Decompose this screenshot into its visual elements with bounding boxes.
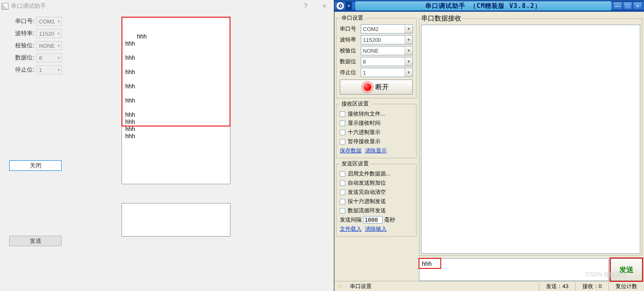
right-main: 串口数据接收 hhh 发送 (419, 14, 642, 281)
chevron-down-icon: ▼ (405, 46, 412, 55)
rx-settings-legend: 接收区设置 (340, 100, 370, 108)
left-title: 串口调试助手 (11, 3, 46, 10)
status-led-icon (364, 83, 371, 91)
stopbits-label: 停止位: (8, 66, 34, 74)
baud-select[interactable]: 11520▾ (36, 29, 62, 38)
interval-unit: 毫秒 (384, 216, 395, 224)
right-title: 串口调试助手 （CM精装版 V3.8.2） (355, 1, 611, 10)
r-port-label: 串口号 (340, 25, 361, 33)
help-button[interactable]: ? (296, 0, 315, 13)
chk-auto-extra[interactable] (340, 180, 345, 186)
file-load-link[interactable]: 文件载入 (340, 225, 362, 233)
close-button[interactable]: × (633, 2, 642, 10)
chevron-down-icon: ▾ (58, 44, 60, 48)
rx-data-textarea[interactable] (421, 25, 640, 254)
port-config-legend: 串口设置 (340, 14, 365, 22)
maximize-button[interactable]: □ (623, 2, 632, 10)
minimize-button[interactable]: — (613, 2, 622, 10)
send-button[interactable]: 发送 (9, 236, 62, 246)
chevron-down-icon: ▾ (58, 68, 60, 72)
chk-file-source[interactable] (340, 171, 345, 177)
stopbits-select[interactable]: 1▾ (36, 65, 62, 75)
chevron-down-icon: ▼ (405, 36, 412, 44)
chevron-down-icon: ▼ (405, 25, 412, 33)
clear-input-link[interactable]: 清除输入 (365, 225, 387, 233)
databits-label: 数据位: (8, 54, 34, 62)
hand-icon: ☞ (338, 283, 343, 290)
chevron-down-icon: ▾ (58, 56, 60, 60)
right-window: ✪ ▾ 串口调试助手 （CM精装版 V3.8.2） — □ × 串口设置 串口号… (334, 0, 644, 291)
databits-select[interactable]: 8▾ (36, 53, 62, 62)
baud-label: 波特率: (8, 30, 34, 37)
port-label: 串口号: (8, 18, 34, 25)
disconnect-button[interactable]: 断开 (340, 80, 413, 95)
parity-select[interactable]: NONE▾ (36, 41, 62, 50)
left-titlebar: 串口调试助手 ? × (0, 0, 334, 13)
chk-auto-clear[interactable] (340, 190, 345, 195)
tx-textbox[interactable] (122, 203, 230, 237)
tx-settings-fieldset: 发送区设置 启用文件数据源... 自动发送附加位 发送完自动清空 按十六进制发送… (336, 160, 416, 237)
chevron-down-icon: ▾ (58, 19, 60, 23)
r-port-select[interactable]: COM2▼ (361, 24, 413, 33)
rx-textbox[interactable]: hhh hhh hhh hhh hhh hhh hhh hhh hhh hhh (122, 17, 230, 184)
chevron-down-icon: ▾ (58, 31, 60, 36)
clear-display-link[interactable]: 清除显示 (365, 147, 387, 155)
left-io-column: hhh hhh hhh hhh hhh hhh hhh hhh hhh hhh (122, 17, 230, 246)
status-bar: ☞ 串口设置 发送：43 接收：0 复位计数 (334, 281, 644, 291)
r-baud-label: 波特率 (340, 36, 361, 44)
left-window: 串口调试助手 ? × 串口号: COM1▾ 波特率: 11520▾ 校验位: N… (0, 0, 334, 291)
r-baud-select[interactable]: 115200▼ (361, 35, 413, 44)
r-databits-select[interactable]: 8▼ (361, 57, 413, 66)
rx-settings-fieldset: 接收区设置 接收转向文件... 显示接收时间 十六进制显示 暂停接收显示 保存数… (336, 100, 416, 158)
close-window-button[interactable]: × (315, 0, 334, 13)
reset-counter-button[interactable]: 复位计数 (612, 283, 641, 290)
r-parity-label: 校验位 (340, 47, 361, 54)
port-select[interactable]: COM1▾ (36, 17, 62, 26)
status-recv: 接收：0 (579, 283, 605, 290)
send-input[interactable]: hhh (419, 258, 609, 281)
rx-data-legend: 串口数据接收 (421, 14, 461, 23)
tx-settings-legend: 发送区设置 (340, 160, 370, 167)
rx-data-fieldset: 串口数据接收 (419, 14, 642, 256)
chk-show-time[interactable] (340, 121, 345, 126)
save-data-link[interactable]: 保存数据 (340, 147, 362, 155)
close-port-button[interactable]: 关闭 (9, 160, 62, 171)
send-button[interactable]: 发送 (610, 258, 642, 281)
chk-hex-send[interactable] (340, 199, 345, 204)
r-parity-select[interactable]: NONE▼ (361, 46, 413, 55)
chevron-down-icon: ▼ (405, 68, 412, 77)
r-stopbits-label: 停止位 (340, 69, 361, 76)
chevron-down-icon: ▼ (405, 57, 412, 66)
r-databits-label: 数据位 (340, 58, 361, 65)
chk-loop-send[interactable] (340, 208, 345, 214)
status-sent: 发送：43 (543, 283, 572, 290)
status-port-cfg[interactable]: 串口设置 (347, 283, 375, 290)
left-app-icon (2, 3, 8, 10)
chk-pause-rx[interactable] (340, 139, 345, 144)
interval-label: 发送间隔 (340, 216, 362, 224)
r-stopbits-select[interactable]: 1▼ (361, 68, 413, 77)
port-config-fieldset: 串口设置 串口号 COM2▼ 波特率 115200▼ 校验位 NONE▼ 数据位… (336, 14, 416, 98)
interval-input[interactable] (363, 216, 383, 224)
parity-label: 校验位: (8, 42, 34, 49)
right-sidebar: 串口设置 串口号 COM2▼ 波特率 115200▼ 校验位 NONE▼ 数据位… (336, 14, 416, 281)
chk-hex-display[interactable] (340, 130, 345, 135)
app-icon: ✪ (336, 2, 344, 10)
chk-rx-to-file[interactable] (340, 111, 345, 117)
titlebar-menu-icon[interactable]: ▾ (345, 2, 352, 10)
right-titlebar: ✪ ▾ 串口调试助手 （CM精装版 V3.8.2） — □ × (334, 0, 644, 12)
left-config-panel: 串口号: COM1▾ 波特率: 11520▾ 校验位: NONE▾ 数据位: 8… (8, 17, 80, 246)
